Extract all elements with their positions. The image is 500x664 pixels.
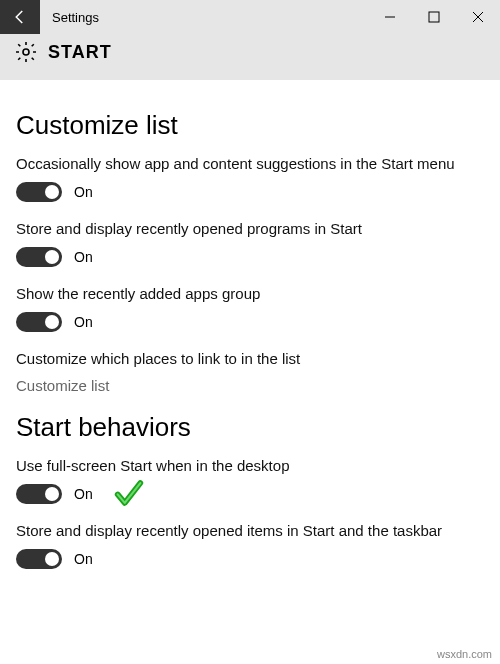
checkmark-icon — [112, 476, 146, 514]
gear-icon — [14, 40, 38, 64]
toggle-state: On — [74, 249, 93, 265]
svg-rect-1 — [429, 12, 439, 22]
page-title: START — [48, 42, 112, 63]
back-arrow-icon — [11, 8, 29, 26]
toggle-state: On — [74, 551, 93, 567]
back-button[interactable] — [0, 0, 40, 34]
section-title-behaviors: Start behaviors — [16, 412, 484, 443]
toggle-recent-items-taskbar[interactable] — [16, 549, 62, 569]
watermark: wsxdn.com — [437, 648, 492, 660]
svg-point-4 — [23, 49, 29, 55]
option-recent-programs: Store and display recently opened progra… — [16, 220, 484, 267]
titlebar: Settings — [0, 0, 500, 34]
option-fullscreen-start: Use full-screen Start when in the deskto… — [16, 457, 484, 504]
option-label: Store and display recently opened progra… — [16, 220, 484, 237]
window-title: Settings — [52, 10, 368, 25]
maximize-button[interactable] — [412, 0, 456, 34]
toggle-state: On — [74, 184, 93, 200]
minimize-button[interactable] — [368, 0, 412, 34]
option-label: Customize which places to link to in the… — [16, 350, 484, 367]
option-suggestions: Occasionally show app and content sugges… — [16, 155, 484, 202]
toggle-state: On — [74, 486, 93, 502]
option-label: Show the recently added apps group — [16, 285, 484, 302]
minimize-icon — [384, 11, 396, 23]
option-recently-added: Show the recently added apps group On — [16, 285, 484, 332]
option-label: Occasionally show app and content sugges… — [16, 155, 484, 172]
toggle-fullscreen-start[interactable] — [16, 484, 62, 504]
close-button[interactable] — [456, 0, 500, 34]
toggle-suggestions[interactable] — [16, 182, 62, 202]
section-title-customize: Customize list — [16, 110, 484, 141]
close-icon — [472, 11, 484, 23]
toggle-recently-added[interactable] — [16, 312, 62, 332]
toggle-recent-programs[interactable] — [16, 247, 62, 267]
option-label: Use full-screen Start when in the deskto… — [16, 457, 484, 474]
toggle-state: On — [74, 314, 93, 330]
option-customize-places: Customize which places to link to in the… — [16, 350, 484, 394]
option-recent-items-taskbar: Store and display recently opened items … — [16, 522, 484, 569]
window-controls — [368, 0, 500, 34]
customize-list-link[interactable]: Customize list — [16, 377, 484, 394]
page-header: START — [0, 34, 500, 80]
content-area: Customize list Occasionally show app and… — [0, 80, 500, 569]
option-label: Store and display recently opened items … — [16, 522, 484, 539]
maximize-icon — [428, 11, 440, 23]
